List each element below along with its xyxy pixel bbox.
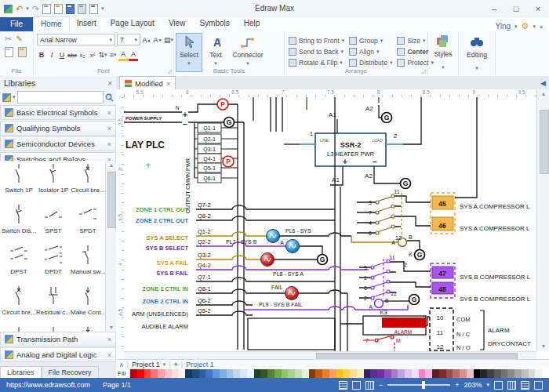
diagram-text[interactable]: −: [183, 120, 187, 129]
color-swatch[interactable]: [151, 369, 158, 378]
color-swatch[interactable]: [391, 369, 398, 378]
paste-icon[interactable]: [18, 47, 27, 57]
color-swatch[interactable]: [144, 369, 151, 378]
tab-symbols[interactable]: Symbols: [192, 16, 236, 31]
diagram-text[interactable]: SYS A COMPRESSOR L: [460, 203, 530, 210]
styles-dropdown-icon[interactable]: ▾: [442, 64, 445, 70]
highlight-color-button[interactable]: A: [118, 49, 128, 61]
diagram-text[interactable]: 48: [438, 285, 446, 293]
diagram-text[interactable]: 11: [394, 189, 399, 194]
settings-dropdown-icon[interactable]: ▾: [533, 24, 536, 30]
color-swatch[interactable]: [137, 369, 144, 378]
color-swatch[interactable]: [522, 369, 529, 378]
diagram-text[interactable]: A: [280, 240, 284, 245]
library-close-icon[interactable]: ×: [107, 140, 111, 148]
subscript-button[interactable]: x₂: [78, 50, 87, 60]
plc-output-q2-1[interactable]: Q2-1: [195, 134, 238, 143]
pages-collapse-icon[interactable]: ∧: [119, 361, 124, 368]
diagram-text[interactable]: ALARM: [394, 329, 412, 335]
scroll-down-icon[interactable]: ▼: [537, 342, 549, 351]
scrollbar-thumb[interactable]: [107, 172, 116, 228]
diagram-text[interactable]: 11: [437, 329, 444, 336]
zoom-in-button[interactable]: +: [455, 381, 459, 389]
diagram-text[interactable]: 47: [438, 270, 446, 278]
copy-icon[interactable]: [5, 47, 13, 57]
diagram-text[interactable]: PL9 - SYS B FAIL: [259, 302, 303, 307]
diagram-text[interactable]: Q8-1: [198, 285, 211, 292]
underline-button[interactable]: U: [57, 50, 67, 60]
color-swatch[interactable]: [446, 369, 453, 378]
color-swatch[interactable]: [165, 369, 172, 378]
diagram-text[interactable]: SYS B COMPRESSOR L: [460, 296, 531, 303]
library-close-icon[interactable]: ×: [107, 336, 111, 343]
plc-output-q3-1[interactable]: Q3-1: [195, 144, 238, 154]
tab-page-layout[interactable]: Page Layout: [104, 16, 162, 31]
diagram-text[interactable]: POWER SUPPLY: [125, 116, 162, 121]
power-node-P[interactable]: P: [223, 156, 234, 167]
color-swatch[interactable]: [260, 369, 267, 378]
diagram-text[interactable]: A: [391, 240, 395, 245]
bullet-list-icon[interactable]: ≡▾: [108, 50, 118, 60]
zoom-dropdown-icon[interactable]: ▾: [486, 382, 489, 388]
diagram-text[interactable]: 3: [369, 200, 372, 205]
diagram-text[interactable]: K: [409, 252, 413, 257]
bold-button[interactable]: B: [37, 50, 46, 60]
diagram-text[interactable]: B: [385, 298, 389, 303]
diagram-text[interactable]: A2: [365, 105, 373, 112]
diagram-text[interactable]: +: [145, 160, 151, 171]
color-swatch[interactable]: [398, 369, 405, 378]
page-tab[interactable]: Project 1: [132, 361, 160, 368]
color-swatch[interactable]: [309, 369, 316, 378]
color-swatch[interactable]: [302, 369, 309, 378]
binoculars-icon[interactable]: [470, 35, 484, 48]
power-node-P[interactable]: P: [217, 99, 228, 110]
symbol-isolator-1p[interactable]: Isolator 1P: [36, 161, 71, 201]
grid-toggle-icon[interactable]: [534, 381, 543, 390]
color-swatch[interactable]: [274, 369, 282, 378]
diagram-text[interactable]: AUDIBLE ALARM: [141, 323, 188, 330]
diagram-text[interactable]: A1: [329, 111, 336, 118]
tab-help[interactable]: Help: [237, 16, 267, 31]
symbol-switch-1p[interactable]: Switch 1P: [2, 161, 36, 201]
diagram-text[interactable]: PL7 - SYS B: [226, 239, 257, 245]
plc-output-q6-1[interactable]: Q6-1: [195, 173, 238, 183]
tab-view[interactable]: View: [162, 16, 193, 31]
diagram-text[interactable]: FAIL: [271, 285, 283, 290]
diagram-text[interactable]: 12: [395, 235, 402, 241]
diagram-text[interactable]: Q5-2: [198, 307, 211, 314]
diagram-text[interactable]: PL6 - SYS: [285, 228, 311, 234]
diagram-text[interactable]: DRYCONTACT: [488, 340, 531, 347]
ground-node-G[interactable]: G: [318, 255, 328, 265]
library-search-input[interactable]: [17, 91, 104, 103]
zoom-slider-thumb[interactable]: [422, 381, 425, 389]
library-section-analog-and-digital-logic[interactable]: Analog and Digital Logic×: [0, 347, 116, 362]
font-dialog-launcher-icon[interactable]: ◿: [168, 68, 172, 74]
diagram-text[interactable]: SYS B SELECT: [146, 245, 189, 252]
diagram-text[interactable]: LINE: [320, 138, 329, 143]
color-swatch[interactable]: [487, 369, 494, 378]
diagram-text[interactable]: N / O: [456, 344, 471, 351]
diagram-text[interactable]: 45: [438, 200, 446, 208]
tab-file[interactable]: File: [0, 17, 33, 31]
symbol-make-cont-[interactable]: Make Cont...: [71, 283, 105, 324]
tab-insert[interactable]: Insert: [70, 16, 104, 31]
diagram-text[interactable]: Q8-2: [198, 212, 211, 220]
libraries-close-icon[interactable]: ×: [107, 79, 112, 88]
symbol-residual-c-[interactable]: Residual c...: [36, 283, 71, 324]
superscript-button[interactable]: x²: [88, 50, 97, 60]
color-swatch[interactable]: [494, 369, 501, 378]
vertical-scrollbar-thumb[interactable]: [540, 110, 549, 174]
cut-icon[interactable]: ✂: [5, 34, 11, 44]
vertical-scrollbar[interactable]: ▲ ▼: [536, 89, 549, 351]
library-close-icon[interactable]: ×: [107, 125, 111, 132]
arrange-send-to-back[interactable]: Send to Back▾: [289, 46, 344, 56]
diagram-text[interactable]: 1: [310, 130, 314, 137]
ground-node-G[interactable]: G: [224, 118, 235, 128]
color-swatch[interactable]: [535, 369, 542, 378]
arrange-distribute[interactable]: Distribute▾: [349, 57, 392, 67]
symbol-spdt[interactable]: SPDT: [71, 201, 105, 242]
diagram-text[interactable]: SYS A SELECT: [146, 234, 188, 241]
diagram-text[interactable]: Q4-2: [198, 262, 211, 269]
diagram-text[interactable]: +: [183, 111, 187, 119]
font-color-button[interactable]: A: [129, 49, 138, 61]
